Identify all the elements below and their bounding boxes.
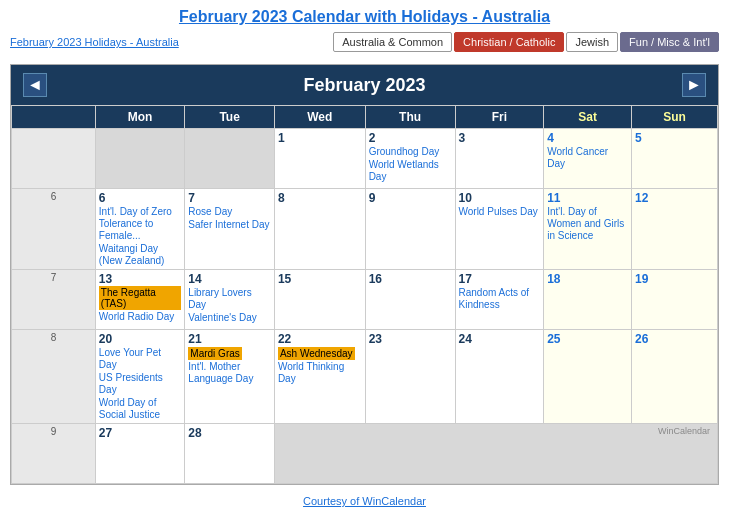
tab-australia[interactable]: Australia & Common [333,32,452,52]
day-number: 16 [369,272,452,286]
day-cell-20: 20 Love Your Pet Day US Presidents Day W… [95,330,184,424]
empty-cell [95,129,184,189]
highlighted-event: Ash Wednesday [278,347,355,360]
table-row: 8 20 Love Your Pet Day US Presidents Day… [12,330,718,424]
event: Love Your Pet Day [99,347,181,371]
day-number: 6 [99,191,181,205]
prev-month-button[interactable]: ◄ [23,73,47,97]
event: Int'l. Day of Zero Tolerance to Female..… [99,206,181,242]
day-number: 20 [99,332,181,346]
day-cell-28: 28 [185,424,275,484]
day-cell-18-sat: 18 [544,270,632,330]
day-number: 5 [635,131,714,145]
day-cell-10: 10 World Pulses Day [455,189,544,270]
day-cell-14: 14 Library Lovers Day Valentine's Day [185,270,275,330]
header-thu: Thu [365,106,455,129]
day-number: 10 [459,191,541,205]
event: World Radio Day [99,311,181,323]
day-cell-22: 22 Ash Wednesday World Thinking Day [274,330,365,424]
day-number: 21 [188,332,271,346]
day-number: 3 [459,131,541,145]
event: Int'l. Day of Women and Girls in Science [547,206,628,242]
event: World Thinking Day [278,361,362,385]
day-number: 17 [459,272,541,286]
day-cell-9: 9 [365,189,455,270]
day-number: 23 [369,332,452,346]
header-wed: Wed [274,106,365,129]
week-number: 7 [12,270,96,330]
day-number: 12 [635,191,714,205]
days-header-row: Mon Tue Wed Thu Fri Sat Sun [12,106,718,129]
table-row: 6 6 Int'l. Day of Zero Tolerance to Fema… [12,189,718,270]
table-row: 7 13 The Regatta (TAS) World Radio Day 1… [12,270,718,330]
day-cell-16: 16 [365,270,455,330]
empty-remainder: WinCalendar [274,424,717,484]
day-number: 15 [278,272,362,286]
tab-christian[interactable]: Christian / Catholic [454,32,564,52]
header-sun: Sun [632,106,718,129]
day-number: 14 [188,272,271,286]
day-cell-7: 7 Rose Day Safer Internet Day [185,189,275,270]
table-row: 1 2 Groundhog Day World Wetlands Day 3 4… [12,129,718,189]
day-number: 4 [547,131,628,145]
event: Groundhog Day [369,146,452,158]
day-number: 18 [547,272,628,286]
day-cell-27: 27 [95,424,184,484]
event: Valentine's Day [188,312,271,324]
day-cell-21: 21 Mardi Gras Int'l. Mother Language Day [185,330,275,424]
day-number: 1 [278,131,362,145]
day-cell-13: 13 The Regatta (TAS) World Radio Day [95,270,184,330]
subtitle-left: February 2023 Holidays - Australia [10,36,179,48]
day-number: 26 [635,332,714,346]
week-number: 6 [12,189,96,270]
subtitle-row: February 2023 Holidays - Australia Austr… [0,30,729,58]
day-cell-6: 6 Int'l. Day of Zero Tolerance to Female… [95,189,184,270]
day-cell-15: 15 [274,270,365,330]
day-number: 27 [99,426,181,440]
day-number: 19 [635,272,714,286]
event-highlight: The Regatta (TAS) [99,286,181,310]
calendar-header: ◄ February 2023 ► [11,65,718,105]
tab-fun[interactable]: Fun / Misc & Int'l [620,32,719,52]
event: World Cancer Day [547,146,628,170]
tab-jewish[interactable]: Jewish [566,32,618,52]
event: Waitangi Day (New Zealand) [99,243,181,267]
day-cell-3: 3 [455,129,544,189]
day-cell-11-sat: 11 Int'l. Day of Women and Girls in Scie… [544,189,632,270]
day-cell-24: 24 [455,330,544,424]
event-highlight: Ash Wednesday [278,346,362,360]
wincalendar-badge: WinCalendar [278,426,714,436]
day-cell-12-sun: 12 [632,189,718,270]
header-tue: Tue [185,106,275,129]
day-number: 13 [99,272,181,286]
day-cell-19-sun: 19 [632,270,718,330]
day-number: 24 [459,332,541,346]
header-fri: Fri [455,106,544,129]
event: Rose Day [188,206,271,218]
day-number: 22 [278,332,362,346]
day-number: 8 [278,191,362,205]
header-mon: Mon [95,106,184,129]
event: World Wetlands Day [369,159,452,183]
day-cell-26-sun: 26 [632,330,718,424]
day-cell-23: 23 [365,330,455,424]
empty-cell [185,129,275,189]
event: Random Acts of Kindness [459,287,541,311]
day-cell-1: 1 [274,129,365,189]
day-cell-17: 17 Random Acts of Kindness [455,270,544,330]
event: World Day of Social Justice [99,397,181,421]
day-number: 9 [369,191,452,205]
day-cell-5-sun: 5 [632,129,718,189]
next-month-button[interactable]: ► [682,73,706,97]
event: Library Lovers Day [188,287,271,311]
day-number: 28 [188,426,271,440]
header-sat: Sat [544,106,632,129]
day-number: 11 [547,191,628,205]
week-number: 9 [12,424,96,484]
page-title: February 2023 Calendar with Holidays - A… [0,0,729,30]
day-number: 25 [547,332,628,346]
day-cell-8: 8 [274,189,365,270]
event: Safer Internet Day [188,219,271,231]
day-cell-2: 2 Groundhog Day World Wetlands Day [365,129,455,189]
day-cell-25-sat: 25 [544,330,632,424]
